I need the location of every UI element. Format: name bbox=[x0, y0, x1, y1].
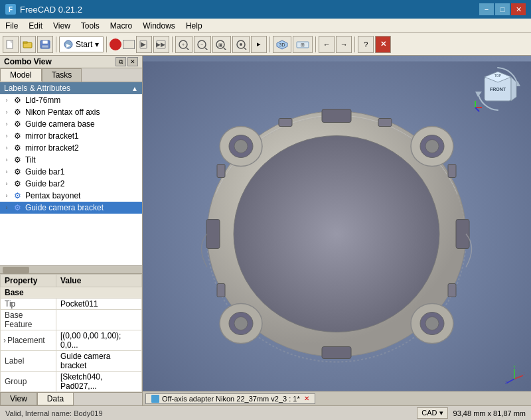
menu-view[interactable]: View bbox=[48, 20, 76, 32]
list-item[interactable]: › ⚙ Guide bar2 bbox=[0, 178, 142, 190]
svg-line-17 bbox=[205, 48, 208, 50]
open-button[interactable] bbox=[20, 36, 36, 53]
tab-data[interactable]: Data bbox=[37, 393, 74, 405]
horizontal-scrollbar[interactable] bbox=[0, 265, 142, 273]
table-row[interactable]: Label Guide camera bracket bbox=[1, 351, 142, 372]
svg-line-20 bbox=[224, 48, 226, 50]
tab-tasks[interactable]: Tasks bbox=[42, 68, 82, 82]
gear-icon: ⚙ bbox=[12, 107, 23, 117]
scroll-thumb[interactable] bbox=[3, 267, 29, 273]
play-all-button[interactable]: ▶▶ bbox=[153, 36, 169, 53]
view-btn[interactable] bbox=[232, 36, 250, 53]
combo-view-header: Combo View ⧉ ✕ bbox=[0, 56, 142, 68]
tree-arrow: › bbox=[3, 156, 11, 164]
coords-display: 93,48 mm x 81,87 mm bbox=[453, 409, 526, 417]
list-item[interactable]: › ⚙ Pentax bayonet bbox=[0, 190, 142, 202]
perspective-button[interactable]: ⊞ bbox=[293, 36, 313, 53]
list-item[interactable]: › ⚙ Nikon Pentax off axis bbox=[0, 106, 142, 118]
svg-text:▶▶: ▶▶ bbox=[156, 41, 165, 48]
tree-arrow: › bbox=[3, 180, 11, 188]
svg-text:−: − bbox=[200, 42, 203, 47]
combo-view-title: Combo View bbox=[4, 57, 52, 66]
save-button[interactable] bbox=[37, 36, 53, 53]
table-row[interactable]: Tip Pocket011 bbox=[1, 299, 142, 310]
menu-windows[interactable]: Windows bbox=[137, 20, 181, 32]
svg-rect-45 bbox=[322, 109, 351, 123]
zoom-out-button[interactable]: − bbox=[194, 36, 211, 53]
svg-text:▶: ▶ bbox=[141, 40, 146, 48]
tree-arrow: › bbox=[3, 108, 11, 116]
svg-point-24 bbox=[240, 43, 242, 46]
table-row[interactable]: ›Placement [(0,00 0,00 1,00); 0,0... bbox=[1, 330, 142, 351]
tree-view[interactable]: › ⚙ Lid-76mm › ⚙ Nikon Pentax off axis ›… bbox=[0, 94, 142, 265]
minimize-button[interactable]: − bbox=[479, 3, 494, 15]
menu-file[interactable]: File bbox=[0, 20, 23, 32]
cad-dropdown[interactable]: CAD ▾ bbox=[417, 407, 447, 419]
svg-point-31 bbox=[234, 136, 439, 332]
svg-point-38 bbox=[425, 140, 439, 153]
tree-arrow: › bbox=[3, 96, 11, 104]
tab-view[interactable]: View bbox=[0, 393, 37, 405]
svg-line-69 bbox=[507, 379, 514, 383]
svg-text:Z: Z bbox=[505, 381, 508, 385]
svg-text:Y: Y bbox=[513, 366, 516, 369]
gear-icon: ⚙ bbox=[12, 131, 23, 141]
labels-attrs-collapse[interactable]: ▲ bbox=[131, 85, 138, 92]
more-view-button[interactable]: ▸ bbox=[251, 36, 267, 53]
list-item[interactable]: › ⚙ Lid-76mm bbox=[0, 94, 142, 106]
blue-gear-icon: ⚙ bbox=[12, 190, 23, 201]
svg-rect-5 bbox=[42, 40, 48, 44]
svg-text:TOP: TOP bbox=[494, 74, 502, 78]
table-row[interactable]: Base Feature bbox=[1, 310, 142, 330]
maximize-button[interactable]: □ bbox=[495, 3, 510, 15]
combo-restore-button[interactable]: ⧉ bbox=[115, 57, 126, 66]
separator-2 bbox=[106, 36, 107, 52]
combo-tabs: Model Tasks bbox=[0, 68, 142, 82]
nav-cube[interactable]: FRONT TOP bbox=[471, 62, 524, 115]
play-button[interactable]: ▶ bbox=[136, 36, 152, 53]
menu-help[interactable]: Help bbox=[181, 20, 208, 32]
svg-rect-50 bbox=[279, 119, 292, 127]
separator-5 bbox=[315, 36, 316, 52]
tab-close-icon[interactable]: ✕ bbox=[304, 395, 309, 402]
tab-model[interactable]: Model bbox=[0, 68, 42, 82]
close-button[interactable]: ✕ bbox=[511, 3, 526, 15]
app-icon: F bbox=[5, 4, 16, 15]
list-item-selected[interactable]: › ⚙ Guide camera bracket bbox=[0, 202, 142, 214]
3d-view-button[interactable]: 3D bbox=[273, 36, 291, 53]
title-bar: F FreeCAD 0.21.2 − □ ✕ bbox=[0, 0, 531, 19]
zoom-fit-button[interactable]: + bbox=[175, 36, 192, 53]
list-item[interactable]: › ⚙ Tilt bbox=[0, 154, 142, 166]
list-item[interactable]: › ⚙ Guide camera base bbox=[0, 118, 142, 130]
list-item[interactable]: › ⚙ mirror bracket1 bbox=[0, 130, 142, 142]
gear-icon: ⚙ bbox=[12, 119, 23, 129]
app-title: FreeCAD 0.21.2 bbox=[20, 5, 82, 15]
help-button[interactable]: ? bbox=[358, 36, 374, 53]
arrow-right-button[interactable]: → bbox=[336, 36, 352, 53]
close-view-button[interactable]: ✕ bbox=[375, 36, 391, 53]
axes-indicator: X Y Z bbox=[504, 366, 524, 385]
svg-rect-52 bbox=[448, 284, 456, 297]
combo-close-button[interactable]: ✕ bbox=[127, 57, 138, 66]
zoom-select-button[interactable]: ▣ bbox=[212, 36, 231, 53]
viewport[interactable]: FRONT TOP X Y Z Off-axis ada bbox=[143, 56, 531, 405]
list-item[interactable]: › ⚙ Guide bar1 bbox=[0, 166, 142, 178]
menu-tools[interactable]: Tools bbox=[76, 20, 105, 32]
table-row[interactable]: Group [Sketch040, Pad027,... bbox=[1, 372, 142, 392]
menu-edit[interactable]: Edit bbox=[23, 20, 48, 32]
viewport-tab-label: Off-axis adapter Nikon 22_37mm v2_3 : 1* bbox=[162, 395, 300, 403]
status-text: Valid, Internal name: Body019 bbox=[5, 409, 103, 417]
gear-icon: ⚙ bbox=[12, 95, 23, 105]
arrow-button[interactable]: ← bbox=[319, 36, 335, 53]
list-item[interactable]: › ⚙ mirror bracket2 bbox=[0, 142, 142, 154]
gear-icon: ⚙ bbox=[12, 155, 23, 165]
record-button[interactable] bbox=[110, 38, 121, 50]
svg-point-44 bbox=[425, 317, 439, 330]
stop-button[interactable] bbox=[123, 40, 135, 49]
tree-arrow: › bbox=[3, 120, 11, 128]
viewport-tab-item[interactable]: Off-axis adapter Nikon 22_37mm v2_3 : 1*… bbox=[145, 393, 315, 404]
workbench-dropdown[interactable]: ▶ Start ▾ bbox=[59, 36, 104, 52]
menu-macro[interactable]: Macro bbox=[105, 20, 137, 32]
new-button[interactable] bbox=[3, 36, 19, 53]
svg-point-41 bbox=[234, 317, 248, 330]
